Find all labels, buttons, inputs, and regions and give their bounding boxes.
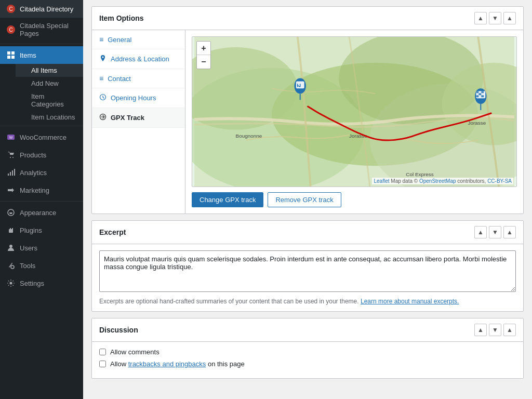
tab-general[interactable]: ≡ General [92,30,185,49]
item-options-toggle-btn[interactable]: ▲ [503,12,516,24]
sidebar-label-citadela-special-pages: Citadela Special Pages [20,22,77,37]
allow-trackbacks-label: Allow trackbacks and pingbacks on this p… [110,360,245,368]
sidebar-label-woocommerce: WooCommerce [20,134,66,141]
sidebar-item-appearance[interactable]: Appearance [0,204,83,221]
svg-rect-13 [10,172,11,176]
svg-point-21 [11,265,14,269]
item-options-layout: ≡ General Address & Location ≡ Contact [92,30,523,214]
sidebar-item-users[interactable]: Users [0,239,83,257]
excerpt-panel: Excerpt ▲ ▼ ▲ Mauris volutpat mauris qui… [91,220,524,312]
sidebar-item-tools[interactable]: Tools [0,257,83,274]
svg-rect-17 [9,229,13,233]
discussion-down-btn[interactable]: ▼ [489,324,501,336]
map-zoom-controls: + − [196,41,211,69]
sidebar-item-woocommerce[interactable]: W WooCommerce [0,128,83,146]
allow-trackbacks-checkbox[interactable] [99,361,106,367]
sidebar-label-item-categories: Item Categories [31,92,77,108]
change-gpx-button[interactable]: Change GPX track [192,192,263,207]
sidebar-item-items[interactable]: Items [0,46,83,64]
sidebar-item-marketing[interactable]: Marketing [0,181,83,199]
sidebar-item-analytics[interactable]: Analytics [0,164,83,181]
item-options-down-btn[interactable]: ▼ [489,12,501,24]
svg-rect-5 [11,51,15,55]
svg-rect-6 [7,56,10,59]
allow-comments-checkbox[interactable] [99,349,106,355]
sidebar: C Citadela Directory C Citadela Special … [0,0,83,399]
remove-gpx-button[interactable]: Remove GPX track [268,192,341,207]
svg-point-11 [12,157,14,158]
tab-gpx-track[interactable]: GPX Track [92,108,185,128]
excerpt-toggle-btn[interactable]: ▲ [503,226,516,238]
svg-rect-43 [478,93,481,95]
general-icon: ≡ [99,35,103,44]
sidebar-item-products[interactable]: Products [0,146,83,164]
excerpt-textarea[interactable]: Mauris volutpat mauris quis quam sceleri… [99,250,516,292]
svg-rect-46 [481,95,484,97]
sidebar-label-settings: Settings [20,280,44,287]
gpx-icon [99,113,107,122]
citadela-directory-icon: C [6,4,16,14]
svg-rect-12 [8,174,9,176]
allow-trackbacks-row: Allow trackbacks and pingbacks on this p… [99,360,516,368]
sidebar-item-citadela-special-pages[interactable]: C Citadela Special Pages [0,18,83,42]
map-zoom-out-btn[interactable]: − [197,55,210,69]
sidebar-label-plugins: Plugins [20,227,42,234]
item-options-panel: Item Options ▲ ▼ ▲ ≡ General [91,6,524,214]
tab-general-label: General [108,36,131,44]
svg-rect-44 [481,91,484,93]
excerpt-learn-more-link[interactable]: Learn more about manual excerpts. [361,298,459,305]
svg-text:C: C [9,6,12,12]
discussion-header: Discussion ▲ ▼ ▲ [92,318,523,342]
sidebar-divider-1 [0,44,83,44]
sidebar-item-add-new[interactable]: Add New [16,77,83,90]
discussion-up-btn[interactable]: ▲ [474,324,487,336]
sidebar-divider-2 [0,126,83,126]
analytics-icon [6,168,16,177]
attribution-leaflet[interactable]: Leaflet [374,178,389,184]
sidebar-item-plugins[interactable]: Plugins [0,221,83,239]
trackbacks-link[interactable]: trackbacks and pingbacks [128,360,206,368]
tab-contact[interactable]: ≡ Contact [92,69,185,88]
map-zoom-in-btn[interactable]: + [197,42,210,55]
contact-icon: ≡ [99,74,103,83]
excerpt-help-text: Excerpts are optional hand-crafted summa… [99,298,359,305]
tab-address-location[interactable]: Address & Location [92,49,185,69]
tab-opening-hours[interactable]: Opening Hours [92,88,185,108]
discussion-controls: ▲ ▼ ▲ [474,324,516,336]
svg-point-10 [10,157,11,158]
sidebar-label-appearance: Appearance [20,209,56,217]
discussion-toggle-btn[interactable]: ▲ [503,324,516,336]
item-options-header: Item Options ▲ ▼ ▲ [92,7,523,30]
excerpt-up-btn[interactable]: ▲ [474,226,487,238]
svg-rect-19 [12,228,13,230]
attribution-osm-link[interactable]: OpenStreetMap [419,178,456,184]
excerpt-down-btn[interactable]: ▼ [489,226,501,238]
map-actions: Change GPX track Remove GPX track [192,192,517,207]
users-icon [6,243,16,252]
sidebar-item-settings[interactable]: Settings [0,274,83,292]
sidebar-label-add-new: Add New [31,79,59,87]
marketing-icon [6,185,16,195]
allow-comments-row: Allow comments [99,348,516,356]
svg-rect-15 [14,169,15,176]
svg-text:W: W [9,136,13,139]
item-options-up-btn[interactable]: ▲ [474,12,487,24]
plugins-icon [6,225,16,235]
tab-contact-label: Contact [108,75,131,83]
svg-point-22 [10,282,12,285]
svg-rect-4 [7,51,10,55]
svg-point-20 [9,245,12,248]
svg-point-23 [102,57,104,58]
sidebar-item-item-categories[interactable]: Item Categories [16,90,83,111]
attribution-license-link[interactable]: CC-BY-SA [487,178,512,184]
sidebar-label-citadela-directory: Citadela Directory [20,5,73,13]
sidebar-label-analytics: Analytics [20,169,47,177]
sidebar-item-item-locations[interactable]: Item Locations [16,111,83,124]
sidebar-label-all-items: All Items [31,66,57,74]
clock-icon [99,94,107,102]
tab-opening-hours-label: Opening Hours [111,94,156,102]
sidebar-label-item-locations: Item Locations [31,113,75,121]
sidebar-item-citadela-directory[interactable]: C Citadela Directory [0,0,83,18]
svg-text:Bougnonne: Bougnonne [236,133,262,139]
sidebar-item-all-items[interactable]: All Items [16,64,83,77]
